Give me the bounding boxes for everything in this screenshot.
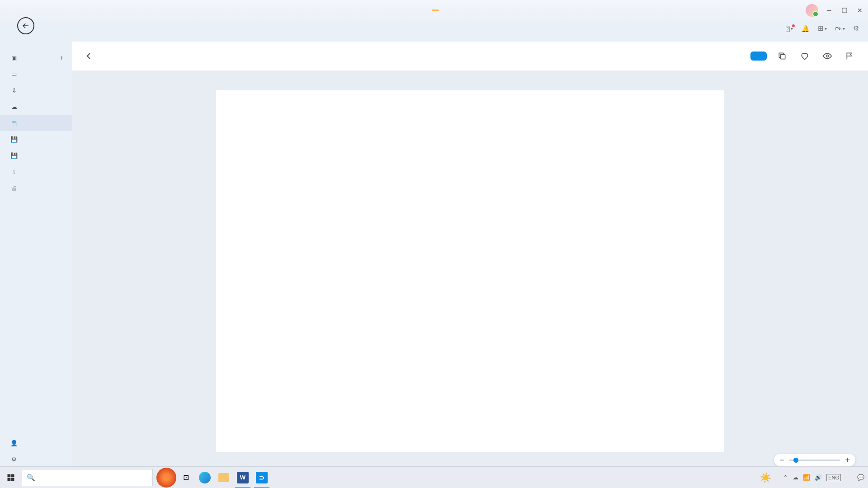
sidebar-item-account[interactable]: 👤 [0,435,72,451]
taskbar-edge[interactable] [195,467,214,488]
save-icon: 💾 [10,135,18,143]
apps-icon[interactable]: ⊞▾ [818,24,827,33]
svg-rect-2 [8,474,11,477]
eye-icon [823,52,832,61]
task-view-button[interactable]: ⊡ [176,467,195,488]
tray-notifications-icon[interactable]: 💬 [857,474,864,481]
likes-stat[interactable] [800,52,812,61]
cart-icon[interactable]: 🛍▾ [835,25,845,33]
bell-icon[interactable]: 🔔 [801,24,810,33]
folder-icon: ▭ [10,70,18,78]
heart-icon [800,52,809,61]
taskbar: 🔍 ⊡ W ⊃ ☀️ ⌃ ☁ 📶 🔊 ENG 💬 [0,466,868,488]
svg-point-1 [826,55,829,57]
search-highlight-icon[interactable] [156,468,176,488]
gear-icon[interactable]: ⚙ [853,24,859,33]
svg-rect-5 [11,478,14,481]
taskbar-word[interactable]: W [233,467,252,488]
canvas-area[interactable] [72,70,868,472]
svg-rect-3 [11,474,14,477]
cloud-icon: ☁ [10,103,18,111]
zoom-out-button[interactable]: − [779,455,784,465]
pro-badge [432,9,439,11]
import-icon: ⇩ [10,86,18,94]
flag-icon [845,52,854,61]
sidebar-item-saveas[interactable]: 💾 [0,147,72,164]
report-button[interactable] [845,52,857,61]
sidebar: ▣ ＋ ▭ ⇩ ☁ ▤ 💾 💾 ⇪ 🖨 👤 ⚙ [0,41,72,472]
maximize-button[interactable]: ❐ [840,6,849,15]
template-icon: ▤ [10,119,18,127]
export-icon: ⇪ [10,168,18,176]
weather-icon: ☀️ [760,472,771,483]
back-button[interactable] [17,17,34,34]
copy-icon [778,52,787,61]
tray-volume-icon[interactable]: 🔊 [815,474,822,481]
taskbar-explorer[interactable] [214,467,233,488]
org-chart-canvas [216,90,724,452]
saveas-icon: 💾 [10,151,18,160]
zoom-slider[interactable] [789,460,841,461]
sidebar-item-cloud[interactable]: ☁ [0,99,72,115]
titlebar: ─ ❐ ✕ [0,0,868,21]
taskbar-search[interactable]: 🔍 [22,469,153,486]
weather-widget[interactable]: ☀️ [760,472,778,483]
copies-stat[interactable] [778,52,789,61]
search-icon: 🔍 [27,474,35,482]
zoom-control[interactable]: − + [774,454,855,466]
content-header [72,42,868,70]
sidebar-item-import[interactable]: ⇩ [0,82,72,99]
tray-chevron-icon[interactable]: ⌃ [783,474,788,481]
sidebar-item-options[interactable]: ⚙ [0,451,72,467]
sidebar-item-new[interactable]: ▣ ＋ [0,50,72,66]
start-button[interactable] [0,467,22,488]
print-icon: 🖨 [10,184,18,192]
use-immediately-button[interactable] [750,52,767,61]
minimize-button[interactable]: ─ [825,6,834,15]
windows-icon [7,474,15,482]
taskbar-edrawmax[interactable]: ⊃ [252,467,271,488]
sidebar-item-export[interactable]: ⇪ [0,164,72,180]
close-button[interactable]: ✕ [855,6,864,15]
tray-language-icon[interactable]: ENG [826,474,841,481]
plus-square-icon: ▣ [10,54,18,62]
sidebar-item-save[interactable]: 💾 [0,131,72,147]
sidebar-item-open[interactable]: ▭ [0,66,72,82]
plus-icon[interactable]: ＋ [58,53,65,63]
user-icon: 👤 [10,439,18,447]
avatar[interactable] [806,4,818,17]
svg-rect-4 [8,478,11,481]
svg-rect-0 [781,55,785,59]
help-icon[interactable]: ⍰▾ [786,25,793,33]
sidebar-item-print[interactable]: 🖨 [0,180,72,196]
views-stat[interactable] [823,52,835,61]
quick-toolbar: ⍰▾ 🔔 ⊞▾ 🛍▾ ⚙ [786,22,859,35]
tray-onedrive-icon[interactable]: ☁ [793,474,798,481]
zoom-in-button[interactable]: + [845,455,850,465]
tray-wifi-icon[interactable]: 📶 [803,474,810,481]
gear-icon: ⚙ [10,455,18,463]
sidebar-item-templates[interactable]: ▤ [0,115,72,131]
header-back-button[interactable] [83,51,94,61]
